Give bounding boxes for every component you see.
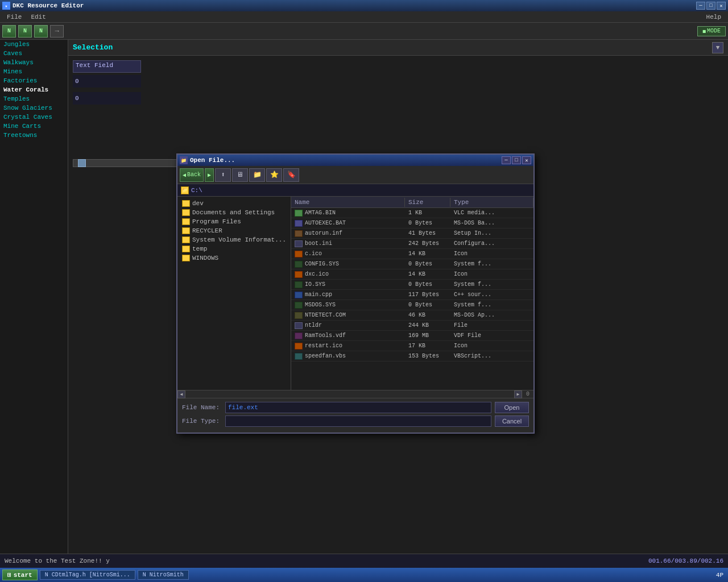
file-row[interactable]: RamTools.vdf169 MBVDF File: [291, 331, 533, 341]
dialog-close-button[interactable]: ✕: [522, 156, 531, 164]
file-cell-type: System f...: [450, 281, 533, 288]
file-name-text: c.ico: [305, 251, 322, 257]
tree-item-windows[interactable]: WINDOWS: [180, 253, 288, 263]
dialog-overlay: 📁 Open File... ─ □ ✕ ◀ Back ▶ ⬆ 🖥: [0, 0, 728, 582]
file-cell-name: ntldr: [291, 322, 405, 330]
back-arrow-icon: ◀: [183, 172, 186, 178]
file-type-icon: [295, 292, 303, 298]
scroll-right-button[interactable]: ▶: [514, 390, 522, 398]
tree-item-temp[interactable]: temp: [180, 244, 288, 253]
file-row[interactable]: boot.ini242 BytesConfigura...: [291, 239, 533, 249]
file-cell-name: c.ico: [291, 250, 405, 258]
file-cell-size: 46 KB: [405, 311, 450, 319]
file-cell-type: C++ sour...: [450, 291, 533, 298]
dialog-maximize-button[interactable]: □: [512, 156, 521, 164]
tree-item-system-volume[interactable]: System Volume Informat...: [180, 235, 288, 244]
file-type-icon: [295, 302, 303, 309]
dialog-title: Open File...: [190, 157, 235, 164]
file-type-icon: [295, 322, 303, 329]
file-row[interactable]: speedfan.vbs153 BytesVBScript...: [291, 351, 533, 361]
dialog-body: dev Documents and Settings Program Files…: [177, 197, 533, 390]
scroll-left-button[interactable]: ◀: [177, 390, 185, 398]
filetype-label: File Type:: [182, 418, 222, 425]
file-row[interactable]: c.ico14 KBIcon: [291, 249, 533, 259]
file-cell-name: AUTOEXEC.BAT: [291, 219, 405, 227]
file-name-text: dxc.ico: [305, 271, 329, 277]
filetype-input[interactable]: [225, 415, 491, 427]
open-file-dialog: 📁 Open File... ─ □ ✕ ◀ Back ▶ ⬆ 🖥: [176, 153, 535, 434]
file-row[interactable]: MSDOS.SYS0 BytesSystem f...: [291, 300, 533, 310]
filename-row: File Name: Open: [182, 402, 529, 413]
file-row[interactable]: AUTOEXEC.BAT0 BytesMS-DOS Ba...: [291, 218, 533, 228]
tree-item-docs-settings[interactable]: Documents and Settings: [180, 208, 288, 217]
file-list: AMTAG.BIN1 KBVLC media...AUTOEXEC.BAT0 B…: [291, 208, 533, 361]
file-name-text: MSDOS.SYS: [305, 302, 336, 308]
dialog-title-bar: 📁 Open File... ─ □ ✕: [177, 155, 533, 166]
col-header-type[interactable]: Type: [450, 198, 533, 207]
file-cell-type: System f...: [450, 301, 533, 309]
file-row[interactable]: main.cpp117 BytesC++ sour...: [291, 290, 533, 300]
file-type-icon: [295, 281, 303, 288]
file-cell-name: autorun.inf: [291, 230, 405, 238]
file-name-text: NTDETECT.COM: [305, 312, 346, 318]
location-folder-icon: 📁: [181, 186, 189, 194]
file-row[interactable]: CONFIG.SYS0 BytesSystem f...: [291, 259, 533, 269]
file-cell-type: VDF File: [450, 332, 533, 339]
folder-icon: [182, 246, 190, 252]
file-cell-type: Icon: [450, 342, 533, 350]
back-button[interactable]: ◀ Back: [180, 168, 204, 182]
folder-icon: [182, 200, 190, 207]
cancel-button[interactable]: Cancel: [495, 415, 529, 427]
file-cell-size: 0 Bytes: [405, 219, 450, 227]
file-cell-type: VLC media...: [450, 209, 533, 217]
dialog-controls: ─ □ ✕: [502, 156, 531, 164]
file-type-icon: [295, 343, 303, 350]
new-folder-button[interactable]: 📁: [249, 168, 265, 182]
tree-label-docs: Documents and Settings: [192, 209, 275, 216]
open-button[interactable]: Open: [495, 402, 529, 413]
file-cell-size: 169 MB: [405, 332, 450, 339]
file-name-text: RamTools.vdf: [305, 332, 346, 339]
col-header-size[interactable]: Size: [405, 198, 450, 207]
favorites-button[interactable]: ⭐: [266, 168, 282, 182]
file-type-icon: [295, 240, 303, 247]
filename-input[interactable]: [225, 402, 491, 413]
tree-item-recycler[interactable]: RECYCLER: [180, 226, 288, 235]
file-cell-name: AMTAG.BIN: [291, 209, 405, 217]
bookmark-icon: 🔖: [287, 171, 296, 179]
file-row[interactable]: ntldr244 KBFile: [291, 321, 533, 331]
file-name-text: ntldr: [305, 322, 322, 329]
scroll-track[interactable]: [185, 390, 514, 398]
file-cell-size: 0 Bytes: [405, 281, 450, 288]
file-cell-size: 117 Bytes: [405, 291, 450, 298]
forward-button[interactable]: ▶: [205, 168, 214, 182]
file-row[interactable]: autorun.inf41 BytesSetup In...: [291, 228, 533, 239]
file-name-text: autorun.inf: [305, 230, 342, 236]
new-folder-icon: 📁: [253, 171, 262, 179]
file-row[interactable]: AMTAG.BIN1 KBVLC media...: [291, 208, 533, 218]
tree-item-program-files[interactable]: Program Files: [180, 217, 288, 226]
file-row[interactable]: dxc.ico14 KBIcon: [291, 269, 533, 280]
file-type-icon: [295, 251, 303, 257]
file-cell-name: restart.ico: [291, 342, 405, 350]
up-button[interactable]: ⬆: [215, 168, 231, 182]
folder-icon: [182, 236, 190, 243]
file-cell-type: File: [450, 322, 533, 329]
horizontal-scrollbar: ◀ ▶ 0: [177, 390, 533, 398]
file-row[interactable]: restart.ico17 KBIcon: [291, 341, 533, 351]
file-list-header: Name Size Type: [291, 197, 533, 208]
tree-item-dev[interactable]: dev: [180, 199, 288, 208]
file-cell-type: Setup In...: [450, 230, 533, 237]
file-row[interactable]: NTDETECT.COM46 KBMS-DOS Ap...: [291, 310, 533, 321]
file-cell-name: boot.ini: [291, 240, 405, 248]
file-row[interactable]: IO.SYS0 BytesSystem f...: [291, 280, 533, 290]
bookmark-button[interactable]: 🔖: [283, 168, 299, 182]
desktop-button[interactable]: 🖥: [232, 168, 248, 182]
tree-label-temp: temp: [192, 246, 207, 252]
file-cell-name: speedfan.vbs: [291, 352, 405, 360]
tree-label-dev: dev: [192, 200, 204, 207]
file-cell-type: System f...: [450, 260, 533, 268]
dialog-minimize-button[interactable]: ─: [502, 156, 511, 164]
col-header-name[interactable]: Name: [291, 198, 405, 207]
file-cell-type: Icon: [450, 250, 533, 257]
